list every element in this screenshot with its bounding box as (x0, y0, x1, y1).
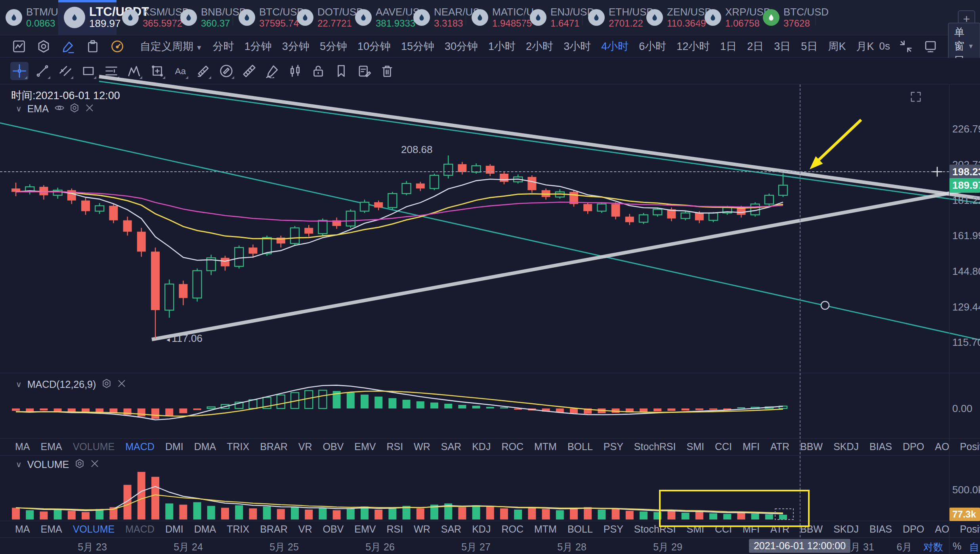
ticker-item-ksm-usd[interactable]: KSM/USD365.5972 (117, 0, 175, 35)
indicator-tab-atr[interactable]: ATR (770, 441, 789, 452)
wave-tool[interactable] (125, 62, 143, 80)
period-2日[interactable]: 2日 (747, 39, 764, 54)
indicator-tab-kdj[interactable]: KDJ (472, 523, 491, 535)
ticker-item-matic-u-[interactable]: MATIC/U:1.948575 (466, 0, 524, 35)
yellow-arrow-annotation[interactable] (816, 120, 861, 162)
indicator-tab-ma[interactable]: MA (15, 441, 30, 452)
indicator-tab-emv[interactable]: EMV (354, 441, 376, 452)
period-1日[interactable]: 1日 (720, 39, 737, 54)
ticker-item-eth-usd[interactable]: ETH/USD2701.22 (583, 0, 641, 35)
descending-teal-lower[interactable] (0, 123, 980, 340)
indicator-tab-ma[interactable]: MA (15, 523, 30, 535)
chevron-down-icon[interactable]: ∨ (16, 460, 22, 469)
chart-line-icon[interactable] (12, 39, 26, 54)
parallel-channel-tool[interactable] (56, 62, 75, 80)
indicator-tab-smi[interactable]: SMI (686, 441, 704, 452)
period-15分钟[interactable]: 15分钟 (401, 39, 434, 54)
indicator-tab-dma[interactable]: DMA (194, 523, 216, 535)
indicator-tab-dmi[interactable]: DMI (165, 523, 183, 535)
indicator-tab-mtm[interactable]: MTM (534, 441, 557, 452)
chevron-down-icon[interactable]: ∨ (16, 380, 22, 389)
ticker-item-btc-usd[interactable]: BTC/USD37595.74 (233, 0, 291, 35)
indicator-tab-volume[interactable]: VOLUME (73, 523, 115, 535)
chevron-down-icon[interactable]: ∨ (16, 104, 22, 113)
scale-control-自动[interactable]: 自动 (969, 541, 980, 554)
scale-control-对数[interactable]: 对数 (923, 541, 943, 554)
period-3分钟[interactable]: 3分钟 (282, 39, 309, 54)
indicator-tab-bias[interactable]: BIAS (869, 523, 892, 535)
ruler-tool[interactable] (240, 62, 258, 80)
frame-plus-tool[interactable] (148, 62, 166, 80)
indicator-tab-macd[interactable]: MACD (125, 523, 155, 535)
circle-measure-tool[interactable] (217, 62, 235, 80)
indicator-tab-bias[interactable]: BIAS (869, 441, 892, 452)
indicator-tab-vr[interactable]: VR (298, 523, 312, 535)
period-5日[interactable]: 5日 (801, 39, 818, 54)
drawing-handle[interactable] (821, 301, 829, 309)
indicator-tab-sar[interactable]: SAR (441, 523, 461, 535)
chart-area[interactable]: 时间:2021-06-01 12:00 ∨ EMA ∨ MACD(12,26,9… (0, 84, 980, 554)
indicator-tab-kdj[interactable]: KDJ (472, 441, 491, 452)
indicator-tab-skdj[interactable]: SKDJ (833, 523, 859, 535)
indicator-tab-roc[interactable]: ROC (501, 523, 523, 535)
period-3小时[interactable]: 3小时 (564, 39, 591, 54)
indicator-tab-position[interactable]: Position (960, 441, 980, 452)
indicator-tab-dpo[interactable]: DPO (903, 523, 924, 535)
period-10分钟[interactable]: 10分钟 (357, 39, 391, 54)
indicator-tab-trix[interactable]: TRIX (227, 441, 249, 452)
indicator-tab-cci[interactable]: CCI (715, 441, 732, 452)
indicator-tab-psy[interactable]: PSY (604, 441, 623, 452)
indicator-tab-macd[interactable]: MACD (125, 441, 155, 452)
indicator-tab-obv[interactable]: OBV (323, 523, 344, 535)
indicator-tab-mtm[interactable]: MTM (534, 523, 557, 535)
ticker-item-ltc-usdt[interactable]: LTC/USDT189.97 (58, 0, 117, 35)
indicator-tab-rsi[interactable]: RSI (386, 523, 403, 535)
indicator-tab-skdj[interactable]: SKDJ (833, 441, 859, 452)
brush-tool[interactable] (263, 62, 281, 80)
gear-icon[interactable] (75, 458, 90, 470)
indicator-tab-brar[interactable]: BRAR (260, 523, 287, 535)
text-tool[interactable]: Aa (171, 62, 189, 80)
indicator-tab-volume[interactable]: VOLUME (73, 441, 115, 452)
indicator-tab-stochrsi[interactable]: StochRSI (634, 441, 676, 452)
indicator-tab-vr[interactable]: VR (298, 441, 312, 452)
pencil-icon[interactable] (61, 39, 75, 54)
clipboard-icon[interactable] (86, 39, 100, 54)
indicator-tab-emv[interactable]: EMV (354, 523, 376, 535)
bookmark-tool[interactable] (332, 62, 350, 80)
trash-tool[interactable] (378, 62, 396, 80)
main-chart-svg[interactable] (0, 84, 980, 373)
ticker-item-enj-usd[interactable]: ENJ/USD1.6471 (524, 0, 583, 35)
indicator-tab-trix[interactable]: TRIX (227, 523, 249, 535)
indicator-tab-psy[interactable]: PSY (604, 523, 623, 535)
crosshair-tool[interactable] (10, 62, 29, 80)
yellow-highlight-rectangle[interactable] (659, 490, 810, 527)
period-周K[interactable]: 周K (828, 39, 846, 54)
close-icon[interactable] (117, 378, 132, 390)
macd-panel-svg[interactable] (0, 375, 949, 438)
descending-channel-gray[interactable] (99, 77, 980, 198)
period-1分钟[interactable]: 1分钟 (245, 39, 272, 54)
period-4小时[interactable]: 4小时 (601, 39, 628, 54)
custom-period-dropdown[interactable]: 自定义周期▼ (140, 39, 202, 54)
indicator-tab-dma[interactable]: DMA (194, 441, 216, 452)
add-alert-plus-icon[interactable] (930, 165, 944, 178)
ascending-support-gray[interactable] (152, 188, 980, 339)
candle-pattern-tool[interactable] (286, 62, 304, 80)
ticker-item-near-us[interactable]: NEAR/US3.3183 (408, 0, 466, 35)
indicator-tab-sar[interactable]: SAR (441, 441, 461, 452)
period-12小时[interactable]: 12小时 (676, 39, 710, 54)
period-1小时[interactable]: 1小时 (488, 39, 516, 54)
ticker-item-xrp-usd[interactable]: XRP/USD1.06758 (699, 0, 757, 35)
ticker-item-dot-usd[interactable]: DOT/USD22.7721 (291, 0, 350, 35)
ticker-item-btc-usd[interactable]: BTC/USD37628 (757, 0, 816, 35)
price-range-tool[interactable] (194, 62, 212, 80)
fullscreen-icon[interactable] (910, 91, 922, 103)
ticker-item-btm-usd[interactable]: BTM/USD0.0863 (0, 0, 58, 35)
indicator-tab-position[interactable]: Position (960, 523, 980, 535)
indicator-tab-ao[interactable]: AO (935, 523, 949, 535)
close-icon[interactable] (84, 103, 99, 115)
indicator-tab-dpo[interactable]: DPO (903, 441, 924, 452)
period-月K[interactable]: 月K (856, 39, 874, 54)
lock-tool[interactable] (309, 62, 327, 80)
